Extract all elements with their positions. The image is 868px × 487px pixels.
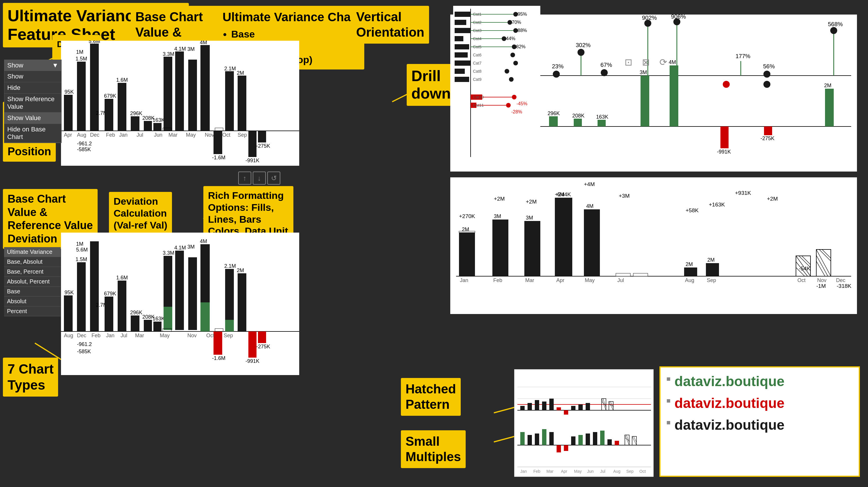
svg-rect-201: [163, 307, 172, 330]
dropdown-menu[interactable]: Show ▼ Show Hide Show Reference Value Sh…: [4, 60, 62, 143]
svg-rect-16: [77, 62, 86, 131]
svg-rect-216: [248, 332, 256, 357]
svg-text:Cat6: Cat6: [473, 53, 482, 57]
svg-rect-266: [586, 433, 590, 445]
svg-text:1M: 1M: [76, 49, 83, 55]
drill-up-icon[interactable]: ↑: [238, 172, 251, 184]
dropdown-show-value[interactable]: Show Value: [4, 113, 61, 124]
svg-rect-38: [200, 45, 210, 131]
ct-base[interactable]: Base: [4, 287, 61, 296]
svg-text:Aug: Aug: [77, 132, 86, 138]
brand-red: ■ dataviz.boutique: [666, 395, 853, 411]
svg-text:Oct: Oct: [798, 277, 806, 283]
svg-text:Jul: Jul: [121, 333, 127, 338]
ct-absolut-percent[interactable]: Absolut, Percent: [4, 277, 61, 287]
ct-ultimate-variance[interactable]: Ultimate Variance: [4, 247, 61, 257]
svg-text:Feb: Feb: [493, 277, 502, 283]
svg-text:2M: 2M: [237, 70, 244, 76]
svg-text:Dec: Dec: [836, 277, 845, 283]
drill-refresh-icon[interactable]: ↺: [267, 172, 280, 184]
svg-text:Oct: Oct: [640, 469, 646, 474]
svg-text:Oct: Oct: [206, 333, 214, 338]
svg-text:+931K: +931K: [735, 190, 751, 196]
svg-rect-218: [258, 332, 266, 343]
svg-text:95%: 95%: [518, 11, 527, 17]
svg-text:Jun: Jun: [154, 132, 162, 138]
svg-point-309: [509, 77, 514, 82]
drill-icons[interactable]: ↑ ↓ ↺: [238, 172, 280, 184]
ct-absolut[interactable]: Absolut: [4, 296, 61, 307]
svg-rect-197: [153, 321, 161, 332]
svg-text:-275K: -275K: [761, 136, 774, 141]
svg-text:3M: 3M: [640, 69, 647, 75]
svg-rect-42: [225, 71, 234, 131]
svg-text:-961.2: -961.2: [77, 141, 92, 146]
dropdown-hide-base[interactable]: Hide on Base Chart: [4, 124, 61, 143]
svg-text:-1M: -1M: [816, 283, 826, 289]
svg-point-307: [513, 61, 518, 65]
svg-rect-214: [238, 273, 246, 332]
dropdown-show-ref[interactable]: Show Reference Value: [4, 94, 61, 113]
svg-text:5.6M: 5.6M: [89, 41, 100, 44]
svg-text:⊡: ⊡: [625, 57, 632, 67]
svg-text:Dec: Dec: [77, 333, 86, 338]
svg-text:Sep: Sep: [626, 469, 633, 474]
brand-green: ■ dataviz.boutique: [666, 373, 853, 389]
svg-text:1.6M: 1.6M: [116, 77, 128, 83]
svg-text:208K: 208K: [572, 113, 585, 119]
svg-text:Cat2: Cat2: [473, 20, 482, 25]
drill-down-icon[interactable]: ↓: [253, 172, 266, 184]
bottom-right-svg: +270K +2M +2M +244K +4M +3M +58K +163K +…: [450, 177, 857, 314]
svg-rect-202: [175, 251, 184, 330]
svg-text:Cat9: Cat9: [473, 77, 482, 82]
svg-text:Cat7: Cat7: [473, 61, 482, 65]
svg-point-91: [764, 70, 770, 78]
svg-text:1.6M: 1.6M: [116, 275, 128, 281]
svg-rect-14: [64, 95, 73, 131]
svg-line-174: [816, 255, 828, 276]
top-chart-svg: 95K 1.5M 1M 5.6M 2.7M 679K 1.6M 296K 208…: [61, 41, 299, 166]
svg-text:296K: 296K: [130, 111, 142, 116]
svg-text:44%: 44%: [506, 36, 515, 41]
svg-text:+2M: +2M: [526, 199, 537, 205]
svg-rect-267: [593, 432, 597, 445]
svg-text:Jan: Jan: [106, 333, 115, 338]
svg-text:3.3M: 3.3M: [163, 250, 174, 256]
svg-text:+163K: +163K: [709, 201, 725, 208]
svg-rect-290: [455, 11, 471, 17]
svg-rect-258: [528, 435, 532, 445]
svg-text:Apr: Apr: [64, 132, 72, 138]
dropdown-header[interactable]: Show ▼: [4, 60, 61, 71]
hatched-callout: HatchedPattern: [401, 378, 461, 416]
ct-base-absolut[interactable]: Base, Absolut: [4, 257, 61, 267]
svg-text:4M: 4M: [586, 203, 593, 209]
svg-text:3M: 3M: [526, 215, 533, 221]
svg-point-301: [513, 12, 518, 17]
svg-text:+58K: +58K: [686, 207, 699, 213]
ct-percent[interactable]: Percent: [4, 307, 61, 316]
svg-text:Sep: Sep: [224, 333, 233, 338]
seven-chart-types-callout: 7 ChartTypes: [3, 357, 58, 397]
svg-text:56%: 56%: [763, 63, 775, 69]
svg-rect-268: [600, 431, 604, 445]
chart-types-list[interactable]: Ultimate Variance Base, Absolut Base, Pe…: [4, 247, 61, 316]
svg-text:⊠: ⊠: [642, 57, 650, 67]
svg-text:-1.6M: -1.6M: [212, 355, 225, 361]
svg-rect-245: [571, 406, 576, 410]
svg-text:Mar: Mar: [135, 333, 144, 338]
ct-base-percent[interactable]: Base, Percent: [4, 267, 61, 277]
svg-rect-113: [670, 65, 678, 126]
svg-text:Aug: Aug: [613, 469, 620, 474]
svg-text:3M: 3M: [494, 213, 501, 219]
svg-text:Jan: Jan: [460, 277, 468, 283]
svg-text:2M: 2M: [707, 257, 715, 263]
dropdown-hide[interactable]: Hide: [4, 82, 61, 94]
svg-text:Cat10: Cat10: [473, 95, 484, 99]
svg-text:-961.2: -961.2: [77, 341, 92, 347]
svg-rect-26: [131, 116, 140, 131]
svg-rect-48: [258, 131, 266, 142]
svg-point-302: [507, 20, 512, 25]
dropdown-show[interactable]: Show: [4, 71, 61, 82]
svg-rect-44: [238, 76, 246, 131]
svg-rect-209: [214, 332, 222, 355]
